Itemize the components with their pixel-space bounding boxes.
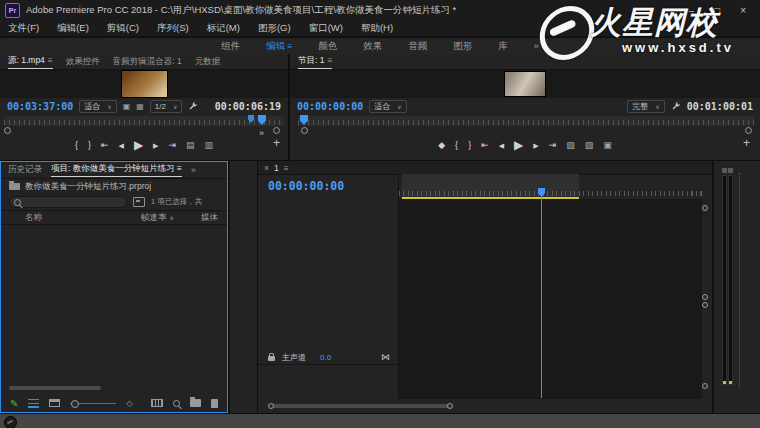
project-panel-tab[interactable]: 项目: 教你做美食一分钟短片练习 ≡ <box>51 163 182 177</box>
project-writable-icon[interactable]: ✎ <box>10 398 18 409</box>
program-video-area[interactable] <box>290 70 760 98</box>
timeline-tab[interactable]: 1 <box>274 163 279 173</box>
mark-out-button[interactable]: } <box>468 141 471 150</box>
panel-menu-icon[interactable]: ≡ <box>327 55 332 65</box>
timeline-tab-close-icon[interactable]: × <box>264 163 269 173</box>
add-marker-button[interactable]: ◆ <box>438 141 445 150</box>
workspace-tab-颜色[interactable]: 颜色 <box>318 40 337 53</box>
output-settings-icon[interactable]: ▦ <box>136 102 144 111</box>
go-to-out-button[interactable]: ⇥ <box>549 141 557 150</box>
mark-in-button[interactable]: { <box>455 141 458 150</box>
step-forward-button[interactable]: ▶ <box>533 142 538 149</box>
source-add-button[interactable]: + <box>273 136 280 150</box>
menu-item-帮助(H)[interactable]: 帮助(H) <box>361 22 393 35</box>
timeline-ruler[interactable] <box>398 174 702 199</box>
step-back-button[interactable]: ◀ <box>118 142 123 149</box>
program-add-button[interactable]: + <box>743 136 750 150</box>
find-icon[interactable] <box>173 400 180 407</box>
source-playhead[interactable] <box>258 115 266 125</box>
panel-menu-icon[interactable]: ≡ <box>284 163 289 173</box>
workspace-overflow-chevron[interactable]: » <box>534 41 539 51</box>
fit-track-icon[interactable]: ⋈ <box>381 352 390 362</box>
zoom-slider-knob[interactable] <box>71 400 79 408</box>
timeline-playhead-timecode[interactable]: 00:00:00:00 <box>268 179 344 193</box>
timeline-playhead-line[interactable] <box>541 192 542 398</box>
close-button[interactable]: × <box>740 5 746 16</box>
new-bin-icon[interactable] <box>190 399 201 407</box>
play-button[interactable]: ▶ <box>134 139 143 151</box>
settings-wrench-icon[interactable] <box>188 101 198 113</box>
panel-menu-icon[interactable]: ≡ <box>285 42 292 51</box>
v1-clip-strip[interactable] <box>401 287 580 302</box>
settings-wrench-icon[interactable] <box>671 101 681 113</box>
scroll-handle-icon[interactable] <box>702 205 708 211</box>
project-panel-tab[interactable]: 历史记录 <box>8 164 42 176</box>
source-video-area[interactable] <box>0 70 288 98</box>
icon-view-icon[interactable] <box>49 399 60 407</box>
maximize-button[interactable]: □ <box>714 5 720 16</box>
playback-resolution-select[interactable]: 1/2∨ <box>150 100 183 113</box>
source-zoom-select[interactable]: 适合∨ <box>79 100 116 113</box>
menu-item-窗口(W)[interactable]: 窗口(W) <box>309 22 343 35</box>
project-overflow-chevron[interactable]: » <box>191 165 196 175</box>
lift-button[interactable]: ▧ <box>566 141 575 150</box>
source-panel-tab[interactable]: 元数据 <box>195 56 221 68</box>
step-forward-button[interactable]: ▶ <box>153 142 158 149</box>
go-to-in-button[interactable]: ⇤ <box>481 141 489 150</box>
program-playhead[interactable] <box>300 115 308 125</box>
scroll-handle-icon[interactable] <box>268 403 274 409</box>
scroll-handle-icon[interactable] <box>702 294 708 300</box>
workspace-tab-效果[interactable]: 效果 <box>363 40 382 53</box>
mark-in-button[interactable]: { <box>75 141 78 150</box>
safe-margins-icon[interactable]: ▣ <box>123 102 131 111</box>
a1-clip-strip[interactable] <box>401 303 580 318</box>
menu-item-文件(F)[interactable]: 文件(F) <box>8 22 39 35</box>
list-view-icon[interactable] <box>28 399 39 408</box>
scrollbar-thumb[interactable] <box>270 404 450 408</box>
filter-bin-icon[interactable] <box>133 197 145 207</box>
column-header-name[interactable]: 名称 <box>1 212 141 224</box>
status-orb-icon[interactable] <box>4 416 17 428</box>
source-clip-marker-icon[interactable] <box>248 115 254 123</box>
menu-item-序列(S)[interactable]: 序列(S) <box>157 22 189 35</box>
menu-item-图形(G)[interactable]: 图形(G) <box>258 22 291 35</box>
go-to-in-button[interactable]: ⇤ <box>101 141 109 150</box>
timeline-track-area[interactable]: 主声道 0.0 ⋈ <box>258 199 702 399</box>
master-track-header[interactable]: 主声道 0.0 ⋈ <box>258 350 398 365</box>
program-scrubber[interactable] <box>298 116 754 126</box>
source-scrubber[interactable] <box>4 116 284 126</box>
scroll-handle-icon[interactable] <box>702 302 708 308</box>
insert-button[interactable]: ▤ <box>186 141 195 150</box>
menu-item-标记(M)[interactable]: 标记(M) <box>207 22 240 35</box>
source-panel-tab[interactable]: 源: 1.mp4≡ <box>8 55 53 69</box>
scroll-handle-icon[interactable] <box>702 383 708 389</box>
panel-menu-icon[interactable]: ≡ <box>48 55 53 65</box>
extract-button[interactable]: ▨ <box>585 141 594 150</box>
workspace-tab-组件[interactable]: 组件 <box>221 40 240 53</box>
source-panel-tab[interactable]: 效果控件 <box>66 56 100 68</box>
program-tab[interactable]: 节目: 1≡ <box>298 55 332 69</box>
minimize-button[interactable]: – <box>689 5 695 16</box>
overwrite-button[interactable]: ▥ <box>205 141 214 150</box>
workspace-tab-编辑[interactable]: 编辑 ≡ <box>266 40 292 53</box>
search-input[interactable] <box>9 196 127 208</box>
step-back-button[interactable]: ◀ <box>499 142 504 149</box>
source-position-timecode[interactable]: 00:03:37:00 <box>7 101 73 112</box>
program-zoom-select[interactable]: 适合∨ <box>369 100 406 113</box>
menu-item-剪辑(C)[interactable]: 剪辑(C) <box>107 22 139 35</box>
export-frame-button[interactable]: ▣ <box>603 141 612 150</box>
play-button[interactable]: ▶ <box>514 139 523 151</box>
menu-item-编辑(E)[interactable]: 编辑(E) <box>57 22 89 35</box>
new-item-icon[interactable] <box>211 399 218 408</box>
program-position-timecode[interactable]: 00:00:00:00 <box>297 101 363 112</box>
go-to-out-button[interactable]: ⇥ <box>169 141 177 150</box>
panel-menu-icon[interactable]: ≡ <box>175 163 182 173</box>
project-horizontal-scrollbar[interactable] <box>9 386 101 390</box>
workspace-tab-音频[interactable]: 音频 <box>408 40 427 53</box>
lock-icon[interactable] <box>268 356 275 361</box>
master-level-value[interactable]: 0.0 <box>320 353 331 362</box>
column-header-media[interactable]: 媒体 <box>201 212 227 224</box>
mark-out-button[interactable]: } <box>88 141 91 150</box>
automate-to-sequence-icon[interactable] <box>151 399 163 407</box>
zoom-slider[interactable] <box>70 403 116 404</box>
